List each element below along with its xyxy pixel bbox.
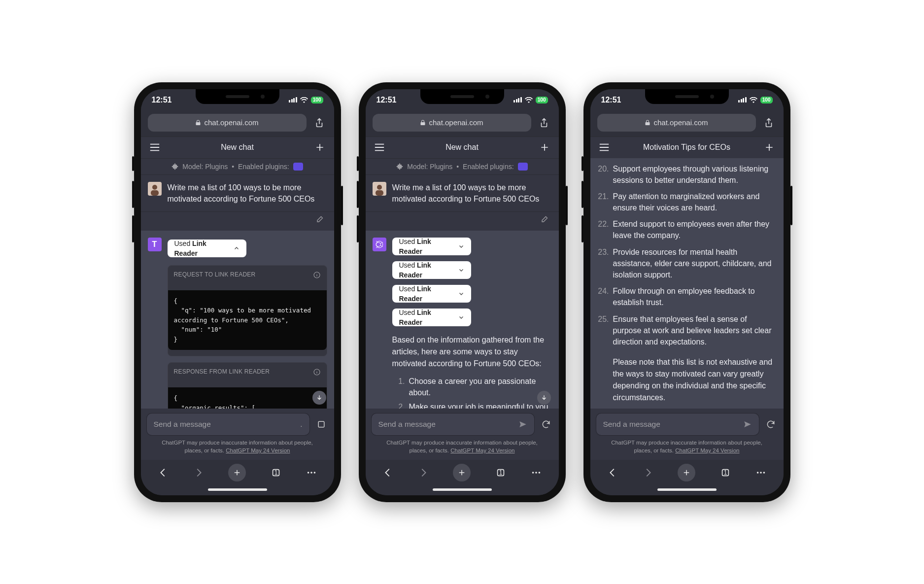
address-bar[interactable]: chat.openai.com xyxy=(597,114,756,132)
plugin-used-chip[interactable]: Used Link Reader xyxy=(392,238,471,255)
address-bar[interactable]: chat.openai.com xyxy=(373,114,531,132)
svg-point-8 xyxy=(310,472,312,474)
tabs-button[interactable]: 1 xyxy=(271,467,281,478)
new-chat-button[interactable] xyxy=(538,140,551,154)
message-placeholder: Send a message xyxy=(378,420,518,429)
menu-button[interactable] xyxy=(148,140,162,154)
new-tab-button[interactable] xyxy=(453,464,471,481)
plugin-used-chip[interactable]: Used Link Reader xyxy=(392,309,471,326)
svg-point-23 xyxy=(763,472,765,474)
user-avatar xyxy=(373,182,386,196)
svg-point-7 xyxy=(307,472,309,474)
signal-icon xyxy=(513,97,522,103)
message-placeholder: Send a message xyxy=(154,420,301,429)
info-icon[interactable] xyxy=(313,271,321,279)
more-button[interactable] xyxy=(755,467,766,478)
chevron-down-icon xyxy=(458,267,464,273)
browser-toolbar: 1 xyxy=(141,460,334,485)
regenerate-button[interactable] xyxy=(764,417,778,431)
assistant-note: Please note that this list is not exhaus… xyxy=(613,356,774,404)
forward-button[interactable] xyxy=(193,467,204,478)
stop-generating-button[interactable] xyxy=(314,417,328,431)
plugin-used-chip[interactable]: Used Link Reader xyxy=(392,285,471,303)
send-button[interactable] xyxy=(518,420,527,429)
tabs-button[interactable]: 1 xyxy=(495,467,506,478)
share-button[interactable] xyxy=(536,115,552,131)
scroll-down-button[interactable] xyxy=(312,391,326,405)
more-button[interactable] xyxy=(531,467,542,478)
message-placeholder: Send a message xyxy=(603,420,743,429)
puzzle-icon xyxy=(396,163,403,170)
message-input[interactable]: Send a message . xyxy=(147,413,309,435)
plugin-used-chip[interactable]: Used Link Reader xyxy=(392,261,471,279)
list-item: 22.Extend support to employees even afte… xyxy=(596,218,774,241)
edit-message-button[interactable] xyxy=(313,212,327,226)
back-button[interactable] xyxy=(382,467,393,478)
back-button[interactable] xyxy=(607,467,618,478)
list-item: 21.Pay attention to marginalized workers… xyxy=(596,191,774,213)
battery-badge: 100 xyxy=(760,97,773,103)
scroll-down-button[interactable] xyxy=(537,391,551,405)
menu-button[interactable] xyxy=(597,140,611,154)
address-bar[interactable]: chat.openai.com xyxy=(148,114,307,132)
svg-point-16 xyxy=(535,472,537,474)
wifi-icon xyxy=(300,97,308,103)
browser-toolbar: 1 xyxy=(590,460,784,485)
more-button[interactable] xyxy=(306,467,317,478)
puzzle-icon xyxy=(171,163,178,170)
message-input[interactable]: Send a message xyxy=(372,413,534,435)
chevron-up-icon xyxy=(234,245,240,251)
tab-count: 1 xyxy=(495,467,506,478)
enabled-plugins-label: Enabled plugins: xyxy=(238,163,289,171)
svg-point-15 xyxy=(532,472,534,474)
user-avatar xyxy=(148,182,162,196)
version-link[interactable]: ChatGPT May 24 Version xyxy=(450,447,514,453)
forward-button[interactable] xyxy=(418,467,429,478)
chevron-down-icon xyxy=(458,291,464,297)
disclaimer-text: ChatGPT may produce inaccurate informati… xyxy=(372,435,553,456)
plugin-request-title: REQUEST TO LINK READER xyxy=(174,271,256,279)
tabs-button[interactable]: 1 xyxy=(720,467,731,478)
svg-point-11 xyxy=(377,185,382,190)
new-chat-button[interactable] xyxy=(313,140,327,154)
send-button[interactable] xyxy=(743,420,752,429)
user-prompt-text: Write me a list of 100 ways to be more m… xyxy=(168,182,327,205)
regenerate-button[interactable] xyxy=(539,417,553,431)
clock: 12:51 xyxy=(601,96,621,104)
assistant-message: 20.Support employees through various lis… xyxy=(590,158,784,409)
assistant-message: Used Link ReaderUsed Link ReaderUsed Lin… xyxy=(366,231,559,409)
page-title: New chat xyxy=(445,143,479,152)
svg-rect-12 xyxy=(376,190,383,196)
plugin-response-panel: RESPONSE FROM LINK READER { "organic_res… xyxy=(168,362,327,409)
share-button[interactable] xyxy=(761,115,777,131)
model-banner: Model: Plugins • Enabled plugins: xyxy=(366,158,559,175)
lock-icon xyxy=(645,120,650,126)
forward-button[interactable] xyxy=(643,467,653,478)
browser-toolbar: 1 xyxy=(366,460,559,485)
chevron-down-icon xyxy=(458,314,464,320)
svg-rect-2 xyxy=(151,190,159,196)
svg-point-13 xyxy=(376,241,383,248)
info-icon[interactable] xyxy=(313,368,321,376)
disclaimer-text: ChatGPT may produce inaccurate informati… xyxy=(147,435,328,456)
back-button[interactable] xyxy=(158,467,169,478)
plugin-used-chip[interactable]: Used Link Reader xyxy=(168,240,246,257)
new-tab-button[interactable] xyxy=(228,464,246,481)
url-domain: chat.openai.com xyxy=(429,118,483,127)
page-title: New chat xyxy=(221,143,254,152)
chevron-down-icon xyxy=(458,243,464,249)
version-link[interactable]: ChatGPT May 24 Version xyxy=(675,447,739,453)
enabled-plugins-label: Enabled plugins: xyxy=(463,163,514,171)
tab-count: 1 xyxy=(271,467,281,478)
new-chat-button[interactable] xyxy=(762,140,776,154)
tab-count: 1 xyxy=(720,467,731,478)
assistant-avatar: T xyxy=(148,238,162,251)
edit-message-button[interactable] xyxy=(538,212,552,226)
share-button[interactable] xyxy=(311,115,327,131)
svg-point-17 xyxy=(538,472,540,474)
menu-button[interactable] xyxy=(373,140,386,154)
version-link[interactable]: ChatGPT May 24 Version xyxy=(226,447,290,453)
message-input[interactable]: Send a message xyxy=(596,413,759,435)
new-tab-button[interactable] xyxy=(678,464,695,481)
svg-point-21 xyxy=(756,472,758,474)
